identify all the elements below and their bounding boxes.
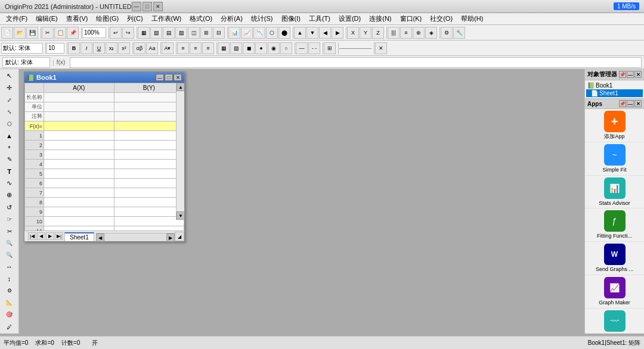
obj-manager-pin[interactable]: 📌 — [619, 71, 626, 78]
tool-rotate[interactable]: ↺ — [2, 202, 17, 213]
spreadsheet[interactable]: A(X) B(Y) 长名称 单位 — [24, 83, 184, 230]
tool-zoom-area[interactable]: 🔍 — [2, 238, 17, 249]
formula-input[interactable] — [70, 57, 642, 68]
apps-minimize[interactable]: — — [627, 100, 634, 107]
tool-select[interactable]: ↖ — [2, 70, 17, 82]
meta-b-longname[interactable] — [114, 93, 184, 102]
tool-measure[interactable]: 📐 — [2, 297, 17, 309]
tool-vflip[interactable]: ↕ — [2, 273, 17, 285]
meta-a-note[interactable] — [44, 112, 114, 121]
fmt-alpha[interactable]: αβ — [134, 42, 145, 54]
meta-b-note[interactable] — [114, 112, 184, 121]
cell-a7[interactable] — [44, 188, 114, 198]
tb-cut[interactable]: ✂ — [42, 27, 54, 39]
fmt-italic[interactable]: I — [80, 42, 92, 54]
tb-b2[interactable]: ▧ — [150, 27, 162, 39]
zoom-input[interactable] — [82, 27, 106, 38]
fmt-border1[interactable]: ⊞ — [324, 42, 336, 54]
tb-x2[interactable]: Y — [360, 27, 371, 39]
font-size-input[interactable] — [47, 43, 64, 54]
apps-close[interactable]: ✕ — [634, 100, 642, 107]
cell-b10[interactable] — [114, 217, 184, 226]
menu-help[interactable]: 帮助(H) — [457, 13, 487, 24]
scroll-up-btn[interactable]: ▲ — [177, 83, 184, 91]
tb-b4[interactable]: ▨ — [175, 27, 187, 39]
tb-c3[interactable]: ◀ — [319, 27, 331, 39]
book-restore[interactable]: □ — [165, 74, 173, 81]
tb-e2[interactable]: 🔧 — [453, 27, 465, 39]
tool-scale[interactable]: ▲ — [2, 130, 17, 141]
tool-pan[interactable]: ⬡ — [2, 118, 17, 129]
fx-b[interactable] — [114, 121, 184, 131]
fmt-aa[interactable]: Aa — [146, 42, 158, 54]
sheet-nav-last[interactable]: ▶| — [55, 232, 63, 240]
cell-a4[interactable] — [44, 160, 114, 169]
book-close[interactable]: ✕ — [174, 74, 182, 81]
book-win-buttons[interactable]: — □ ✕ — [156, 74, 182, 81]
book-minimize[interactable]: — — [156, 74, 164, 81]
app-item-graphmaker[interactable]: 📈 Graph Maker — [585, 275, 644, 309]
tool-draw[interactable]: ✎ — [2, 154, 17, 165]
sheet-nav-next[interactable]: ▶ — [46, 232, 54, 240]
menu-view[interactable]: 查看(V) — [63, 13, 92, 24]
tool-pen[interactable]: 🖊 — [2, 321, 17, 332]
tb-c4[interactable]: ▶ — [332, 27, 343, 39]
tb-b1[interactable]: ▦ — [138, 27, 150, 39]
tool-region[interactable]: ⌖ — [2, 142, 17, 153]
fmt-color1[interactable]: A▾ — [162, 42, 174, 54]
fmt-fill6[interactable]: ○ — [280, 42, 292, 54]
sheet-nav-first[interactable]: |◀ — [28, 232, 36, 240]
col-header-b[interactable]: B(Y) — [114, 83, 184, 93]
scroll-right-btn[interactable]: ▶ — [166, 233, 175, 242]
cell-a11[interactable] — [44, 226, 114, 231]
apps-pin[interactable]: 📌 — [619, 100, 626, 107]
sheet-nav-btns[interactable]: |◀ ◀ ▶ ▶| — [27, 231, 64, 241]
app-item-sendgraphs[interactable]: W Send Graphs ... — [585, 242, 644, 275]
book-title-bar[interactable]: 📗 Book1 — □ ✕ — [24, 72, 184, 83]
tb-graph3[interactable]: 📉 — [253, 27, 265, 39]
scroll-track[interactable] — [177, 91, 184, 211]
tool-zoom-out[interactable]: ⤡ — [2, 106, 17, 117]
cell-a3[interactable] — [44, 150, 114, 160]
cell-b8[interactable] — [114, 198, 184, 207]
minimize-button[interactable]: — — [132, 2, 141, 11]
tb-b7[interactable]: ⊟ — [213, 27, 225, 39]
menu-col[interactable]: 列(C) — [123, 13, 146, 24]
cell-b11[interactable] — [114, 226, 184, 231]
tb-d1[interactable]: ||| — [388, 27, 400, 39]
cell-b9[interactable] — [114, 207, 184, 217]
tb-open[interactable]: 📂 — [14, 27, 26, 39]
fmt-close[interactable]: ✕ — [375, 42, 387, 54]
cell-name-box[interactable]: 默认: 宋体 — [2, 57, 50, 68]
menu-edit[interactable]: 编辑(E) — [32, 13, 61, 24]
v-scrollbar[interactable]: ▲ ▼ — [176, 83, 184, 220]
tb-b5[interactable]: ◫ — [188, 27, 200, 39]
fmt-line2[interactable]: - - — [308, 42, 320, 54]
tb-d4[interactable]: ◈ — [425, 27, 437, 39]
apps-btns[interactable]: 📌 — ✕ — [619, 100, 642, 107]
tb-graph2[interactable]: 📈 — [241, 27, 253, 39]
menu-image[interactable]: 图像(I) — [278, 13, 304, 24]
app-item-statsadvisor[interactable]: 📊 Stats Advisor — [585, 176, 644, 209]
tool-zoom2[interactable]: 🔍 — [2, 250, 17, 261]
menu-draw[interactable]: 绘图(G) — [92, 13, 122, 24]
cell-b7[interactable] — [114, 188, 184, 198]
col-header-a[interactable]: A(X) — [44, 83, 114, 93]
tool-circle[interactable]: ⊕ — [2, 189, 17, 201]
menu-stats[interactable]: 统计(S) — [247, 13, 277, 24]
fmt-sub[interactable]: x₂ — [106, 42, 117, 54]
tb-copy[interactable]: 📋 — [54, 27, 66, 39]
app-item-sequentialfit[interactable]: 〰 Sequential Fit — [585, 309, 644, 334]
tb-d3[interactable]: ⊕ — [413, 27, 425, 39]
scroll-down-btn[interactable]: ▼ — [177, 211, 184, 220]
tb-e1[interactable]: ⚙ — [441, 27, 453, 39]
tb-graph5[interactable]: ⬤ — [278, 27, 290, 39]
fmt-center-align[interactable]: ≡ — [190, 42, 202, 54]
sheet-nav-prev[interactable]: ◀ — [37, 232, 45, 240]
fmt-bold[interactable]: B — [68, 42, 80, 54]
book-window[interactable]: 📗 Book1 — □ ✕ A(X) B(Y) — [24, 71, 185, 242]
fmt-left-align[interactable]: ≡ — [177, 42, 189, 54]
cell-a2[interactable] — [44, 141, 114, 150]
tb-graph4[interactable]: ⬡ — [266, 27, 278, 39]
menu-window[interactable]: 窗口(K) — [397, 13, 426, 24]
